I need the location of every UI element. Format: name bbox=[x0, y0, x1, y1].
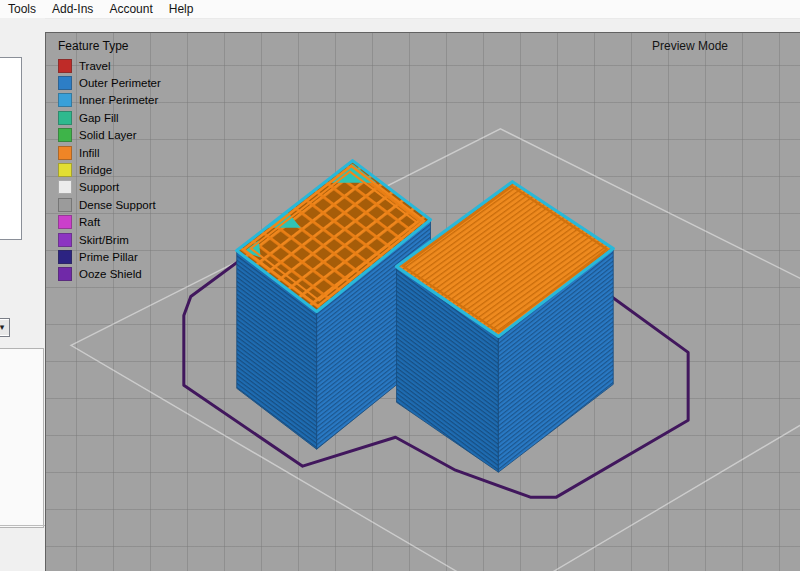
legend-color-swatch bbox=[58, 146, 72, 160]
left-sidebar: ▾ bbox=[0, 18, 45, 571]
legend-item: Gap Fill bbox=[58, 109, 161, 126]
preview-viewport[interactable]: Feature Type Travel Outer Perimeter bbox=[45, 32, 800, 571]
legend-item-label: Support bbox=[79, 181, 119, 193]
legend-color-swatch bbox=[58, 198, 72, 212]
legend-item: Infill bbox=[58, 144, 161, 161]
legend-item-label: Infill bbox=[79, 147, 99, 159]
legend-color-swatch bbox=[58, 128, 72, 142]
legend-color-swatch bbox=[58, 163, 72, 177]
legend-color-swatch bbox=[58, 233, 72, 247]
chevron-down-icon: ▾ bbox=[0, 320, 9, 335]
menu-item[interactable]: Account bbox=[101, 0, 160, 18]
app-window: Tools Add-Ins Account Help ▾ bbox=[0, 0, 800, 571]
legend-item: Raft bbox=[58, 214, 161, 231]
legend-item-label: Inner Perimeter bbox=[79, 94, 158, 106]
legend-item: Dense Support bbox=[58, 196, 161, 213]
legend-item-label: Prime Pillar bbox=[79, 251, 138, 263]
legend-item-label: Ooze Shield bbox=[79, 268, 142, 280]
legend-item-label: Solid Layer bbox=[79, 129, 137, 141]
legend-color-swatch bbox=[58, 76, 72, 90]
legend-item-label: Dense Support bbox=[79, 199, 156, 211]
legend-item-label: Travel bbox=[79, 60, 111, 72]
legend-items: Travel Outer Perimeter Inner Perimeter bbox=[58, 57, 161, 283]
legend-title: Feature Type bbox=[58, 39, 161, 53]
menu-item[interactable]: Add-Ins bbox=[44, 0, 101, 18]
sidebar-panel bbox=[0, 348, 44, 528]
legend-item-label: Outer Perimeter bbox=[79, 77, 161, 89]
preview-mode-label: Preview Mode bbox=[652, 39, 728, 53]
legend-item: Solid Layer bbox=[58, 127, 161, 144]
legend-item: Bridge bbox=[58, 161, 161, 178]
legend-item-label: Bridge bbox=[79, 164, 112, 176]
sidebar-list-panel[interactable] bbox=[0, 57, 22, 240]
legend-color-swatch bbox=[58, 267, 72, 281]
menu-item[interactable]: Tools bbox=[0, 0, 44, 18]
legend-item: Support bbox=[58, 179, 161, 196]
legend-item-label: Skirt/Brim bbox=[79, 234, 129, 246]
sidebar-dropdown[interactable]: ▾ bbox=[0, 318, 10, 337]
legend-item: Ooze Shield bbox=[58, 266, 161, 283]
legend-color-swatch bbox=[58, 59, 72, 73]
legend-color-swatch bbox=[58, 215, 72, 229]
legend-color-swatch bbox=[58, 93, 72, 107]
legend-color-swatch bbox=[58, 111, 72, 125]
feature-type-legend: Feature Type Travel Outer Perimeter bbox=[58, 39, 161, 283]
legend-item: Prime Pillar bbox=[58, 248, 161, 265]
menu-bar: Tools Add-Ins Account Help bbox=[0, 0, 800, 19]
menu-item[interactable]: Help bbox=[161, 0, 202, 18]
legend-item: Outer Perimeter bbox=[58, 74, 161, 91]
legend-item-label: Raft bbox=[79, 216, 100, 228]
legend-item: Inner Perimeter bbox=[58, 92, 161, 109]
sidebar-divider bbox=[0, 525, 45, 526]
legend-item: Skirt/Brim bbox=[58, 231, 161, 248]
legend-color-swatch bbox=[58, 180, 72, 194]
legend-color-swatch bbox=[58, 250, 72, 264]
legend-item-label: Gap Fill bbox=[79, 112, 119, 124]
legend-item: Travel bbox=[58, 57, 161, 74]
